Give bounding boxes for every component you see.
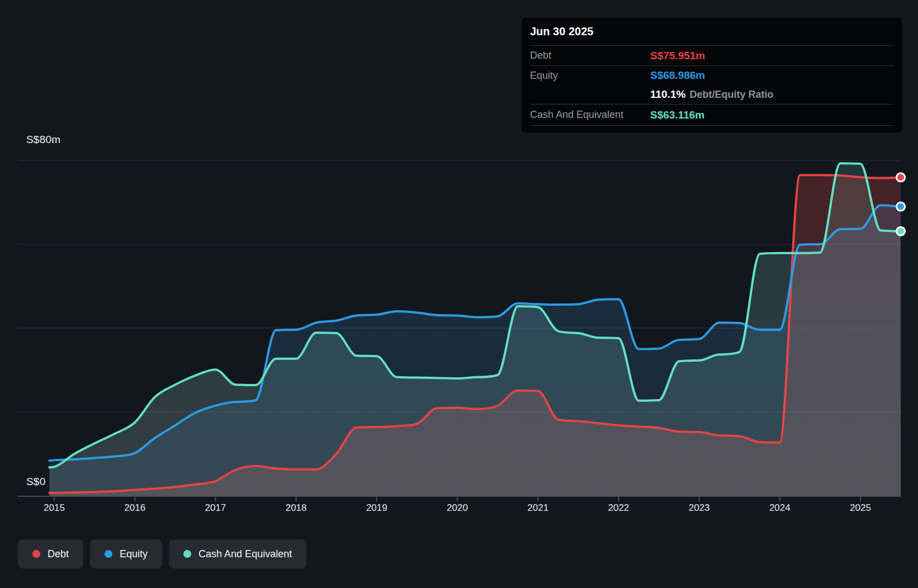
x-axis-label-2017: 2017 [205, 502, 226, 514]
page: S$80m S$0 201520162017201820192020202120… [0, 0, 918, 588]
x-axis-label-2019: 2019 [366, 502, 387, 514]
x-axis-label-2025: 2025 [850, 502, 871, 514]
legend-item-equity[interactable]: Equity [90, 539, 162, 568]
tooltip-date: Jun 30 2025 [522, 18, 902, 45]
tooltip-debt-label: Debt [530, 50, 650, 61]
x-axis-label-2022: 2022 [608, 502, 629, 514]
chart-legend: Debt Equity Cash And Equivalent [18, 539, 306, 568]
tooltip-equity-label: Equity [530, 70, 650, 82]
tooltip-debt-value: S$75.951m [650, 50, 705, 62]
debt-dot-icon [32, 550, 40, 558]
x-axis-label-2016: 2016 [124, 502, 145, 514]
x-axis-label-2021: 2021 [527, 502, 548, 514]
tooltip-debt-row: Debt S$75.951m [530, 45, 893, 65]
cash-dot-icon [183, 550, 191, 558]
tooltip-ratio-value: 110.1% [650, 88, 685, 101]
tooltip-cash-row: Cash And Equivalent S$63.116m [530, 104, 893, 125]
x-axis-label-2015: 2015 [44, 502, 65, 514]
legend-item-debt[interactable]: Debt [18, 539, 83, 568]
legend-item-cash[interactable]: Cash And Equivalent [169, 539, 306, 568]
tooltip-equity-row: Equity S$68.986m [530, 65, 893, 85]
tooltip-bottom-divider [530, 125, 893, 126]
y-axis-label-0: S$0 [26, 476, 45, 488]
tooltip-cash-label: Cash And Equivalent [530, 109, 650, 121]
y-axis-label-80m: S$80m [26, 134, 60, 146]
tooltip-cash-value: S$63.116m [650, 109, 704, 121]
legend-equity-label: Equity [120, 548, 148, 560]
tooltip-equity-value: S$68.986m [650, 69, 705, 82]
x-axis-label-2024: 2024 [769, 502, 791, 514]
equity-dot-icon [105, 550, 112, 558]
legend-debt-label: Debt [48, 548, 69, 560]
x-axis-label-2020: 2020 [447, 502, 468, 514]
tooltip-ratio-row: 110.1% Debt/Equity Ratio [530, 85, 893, 104]
x-axis-label-2018: 2018 [286, 502, 307, 514]
chart-tooltip: Jun 30 2025 Debt S$75.951m Equity S$68.9… [522, 18, 902, 132]
x-axis-label-2023: 2023 [689, 502, 710, 514]
chart-plot-area[interactable] [18, 145, 901, 503]
legend-cash-label: Cash And Equivalent [198, 548, 292, 560]
tooltip-ratio-label: Debt/Equity Ratio [689, 89, 773, 101]
